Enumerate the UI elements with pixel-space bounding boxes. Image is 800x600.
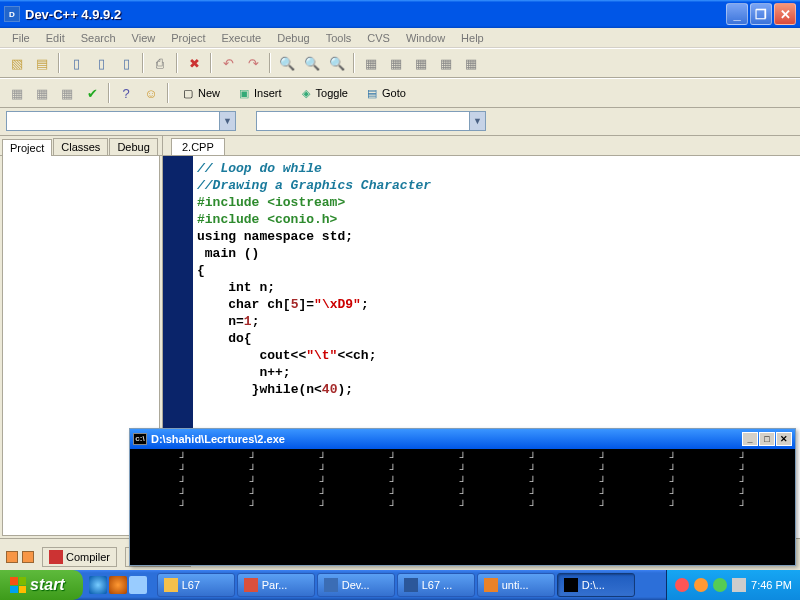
goto-button[interactable]: ▤Goto: [358, 82, 413, 104]
compile-run-icon[interactable]: ▦: [410, 52, 432, 74]
block-icon-3[interactable]: ▦: [56, 82, 78, 104]
insert-icon: ▣: [237, 86, 251, 100]
task-app-icon: [244, 578, 258, 592]
windows-logo-icon: [10, 577, 26, 593]
menu-cvs[interactable]: CVS: [359, 30, 398, 46]
new-button[interactable]: ▢New: [174, 82, 227, 104]
editor-tab[interactable]: 2.CPP: [171, 138, 225, 155]
save-icon[interactable]: ▯: [65, 52, 87, 74]
menu-search[interactable]: Search: [73, 30, 124, 46]
compiler-tab[interactable]: Compiler: [42, 547, 117, 567]
maximize-button[interactable]: ❐: [750, 3, 772, 25]
block-icon-2[interactable]: ▦: [31, 82, 53, 104]
menu-edit[interactable]: Edit: [38, 30, 73, 46]
console-title: D:\shahid\Lecrtures\2.exe: [151, 433, 285, 445]
rebuild-icon[interactable]: ▦: [435, 52, 457, 74]
compile-icon[interactable]: ▦: [360, 52, 382, 74]
task-label: L67: [182, 579, 200, 591]
task-label: Dev...: [342, 579, 370, 591]
goto-icon: ▤: [365, 86, 379, 100]
menu-window[interactable]: Window: [398, 30, 453, 46]
tab-classes[interactable]: Classes: [53, 138, 108, 155]
run-icon[interactable]: ▦: [385, 52, 407, 74]
tab-debug[interactable]: Debug: [109, 138, 157, 155]
tray-volume-icon[interactable]: [732, 578, 746, 592]
window-title: Dev-C++ 4.9.9.2: [25, 7, 726, 22]
task-button[interactable]: Dev...: [317, 573, 395, 597]
task-app-icon: [324, 578, 338, 592]
about-icon[interactable]: ☺: [140, 82, 162, 104]
task-app-icon: [164, 578, 178, 592]
ie-icon[interactable]: [89, 576, 107, 594]
task-button[interactable]: L67 ...: [397, 573, 475, 597]
console-icon: c:\: [133, 433, 147, 445]
console-maximize-button[interactable]: □: [759, 432, 775, 446]
task-app-icon: [404, 578, 418, 592]
insert-button[interactable]: ▣Insert: [230, 82, 289, 104]
check-icon[interactable]: ✔: [81, 82, 103, 104]
close-button[interactable]: ✕: [774, 3, 796, 25]
tray-icon[interactable]: [675, 578, 689, 592]
system-tray[interactable]: 7:46 PM: [666, 570, 800, 600]
tray-icon[interactable]: [694, 578, 708, 592]
find-icon[interactable]: 🔍: [276, 52, 298, 74]
method-combo[interactable]: ▼: [256, 111, 486, 131]
find-next-icon[interactable]: 🔍: [326, 52, 348, 74]
tray-icon[interactable]: [713, 578, 727, 592]
menu-bar: File Edit Search View Project Execute De…: [0, 28, 800, 48]
menu-debug[interactable]: Debug: [269, 30, 317, 46]
start-button[interactable]: start: [0, 570, 83, 600]
task-label: Par...: [262, 579, 288, 591]
toggle-button[interactable]: ◈Toggle: [292, 82, 355, 104]
console-close-button[interactable]: ✕: [776, 432, 792, 446]
quick-launch: [83, 576, 153, 594]
navigation-combos: ▼ ▼: [0, 108, 800, 136]
debug-icon[interactable]: ▦: [460, 52, 482, 74]
tab-project[interactable]: Project: [2, 139, 52, 156]
menu-help[interactable]: Help: [453, 30, 492, 46]
panel-icon[interactable]: [22, 551, 34, 563]
browser-icon[interactable]: [109, 576, 127, 594]
toggle-icon: ◈: [299, 86, 313, 100]
menu-file[interactable]: File: [4, 30, 38, 46]
task-label: unti...: [502, 579, 529, 591]
console-titlebar[interactable]: c:\ D:\shahid\Lecrtures\2.exe _ □ ✕: [130, 429, 795, 449]
taskbar: start L67Par...Dev...L67 ...unti...D:\..…: [0, 570, 800, 600]
compiler-icon: [49, 550, 63, 564]
print-icon[interactable]: ⎙: [149, 52, 171, 74]
panel-icon[interactable]: [6, 551, 18, 563]
minimize-button[interactable]: _: [726, 3, 748, 25]
undo-icon[interactable]: ↶: [217, 52, 239, 74]
chevron-down-icon: ▼: [469, 112, 485, 130]
save-all-icon[interactable]: ▯: [90, 52, 112, 74]
block-icon-1[interactable]: ▦: [6, 82, 28, 104]
new-file-icon[interactable]: ▧: [6, 52, 28, 74]
chevron-down-icon: ▼: [219, 112, 235, 130]
main-toolbar: ▧ ▤ ▯ ▯ ▯ ⎙ ✖ ↶ ↷ 🔍 🔍 🔍 ▦ ▦ ▦ ▦ ▦: [0, 48, 800, 78]
task-button[interactable]: unti...: [477, 573, 555, 597]
task-label: L67 ...: [422, 579, 453, 591]
task-button[interactable]: Par...: [237, 573, 315, 597]
open-file-icon[interactable]: ▤: [31, 52, 53, 74]
console-minimize-button[interactable]: _: [742, 432, 758, 446]
menu-execute[interactable]: Execute: [213, 30, 269, 46]
save-as-icon[interactable]: ▯: [115, 52, 137, 74]
task-button[interactable]: L67: [157, 573, 235, 597]
task-app-icon: [564, 578, 578, 592]
console-window[interactable]: c:\ D:\shahid\Lecrtures\2.exe _ □ ✕ ┘┘┘┘…: [129, 428, 796, 566]
close-file-icon[interactable]: ✖: [183, 52, 205, 74]
task-button[interactable]: D:\...: [557, 573, 635, 597]
console-output: ┘┘┘┘┘┘┘┘┘┘┘┘┘┘┘┘┘┘┘┘┘┘┘┘┘┘┘┘┘┘┘┘┘┘┘┘┘┘┘┘…: [130, 449, 795, 565]
app-icon: D: [4, 6, 20, 22]
bottom-icons: [6, 551, 34, 563]
class-combo[interactable]: ▼: [6, 111, 236, 131]
menu-tools[interactable]: Tools: [318, 30, 360, 46]
new-page-icon: ▢: [181, 86, 195, 100]
task-app-icon: [484, 578, 498, 592]
redo-icon[interactable]: ↷: [242, 52, 264, 74]
replace-icon[interactable]: 🔍: [301, 52, 323, 74]
menu-project[interactable]: Project: [163, 30, 213, 46]
desktop-icon[interactable]: [129, 576, 147, 594]
menu-view[interactable]: View: [124, 30, 164, 46]
help-icon[interactable]: ?: [115, 82, 137, 104]
